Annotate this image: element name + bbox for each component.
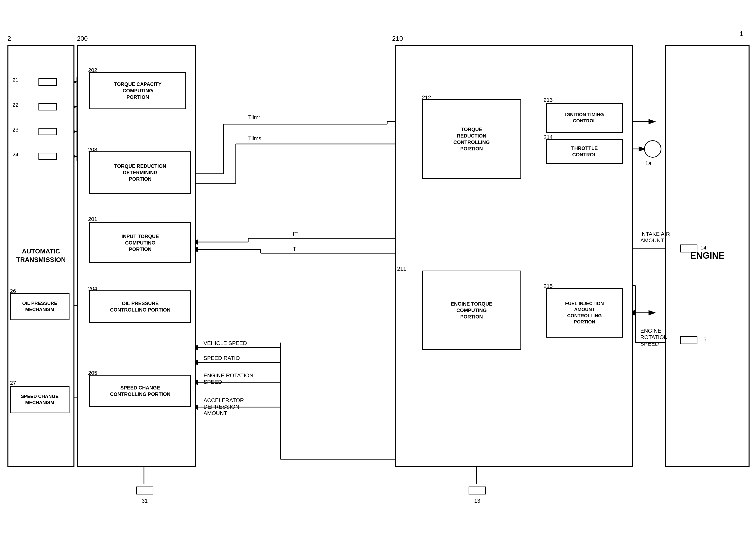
ref-213: 213 xyxy=(544,97,553,103)
fuel-injection-controlling-box: FUEL INJECTION AMOUNT CONTROLLING PORTIO… xyxy=(546,288,623,338)
torque-capacity-box: TORQUE CAPACITY COMPUTING PORTION xyxy=(89,72,186,109)
ref-2: 2 xyxy=(7,35,11,42)
throttle-control-label: THROTTLE CONTROL xyxy=(571,145,598,158)
sensor-14 xyxy=(680,244,697,253)
engine-torque-computing-box: ENGINE TORQUE COMPUTING PORTION xyxy=(422,271,521,350)
intake-air-label: INTAKE AIR AMOUNT xyxy=(640,231,670,244)
oil-pressure-mechanism-box: OIL PRESSURE MECHANISM xyxy=(10,293,69,320)
engine-rotation-speed-label: ENGINE ROTATION SPEED xyxy=(204,372,253,385)
input-torque-computing-box: INPUT TORQUE COMPUTING PORTION xyxy=(89,222,191,263)
automatic-transmission-label: AUTOMATIC TRANSMISSION xyxy=(13,247,69,264)
throttle-control-box: THROTTLE CONTROL xyxy=(546,139,623,164)
ref-1a: 1a xyxy=(645,160,651,166)
input-torque-computing-label: INPUT TORQUE COMPUTING PORTION xyxy=(122,233,159,253)
ref-201: 201 xyxy=(88,216,97,222)
torque-reduction-controlling-box: TORQUE REDUCTION CONTROLLING PORTION xyxy=(422,99,521,179)
speed-change-controlling-box: SPEED CHANGE CONTROLLING PORTION xyxy=(89,375,191,407)
sensor-31 xyxy=(136,486,154,495)
tlimr-label: Tlimr xyxy=(248,114,260,121)
throttle-circle xyxy=(644,140,661,158)
ref-14: 14 xyxy=(700,244,706,251)
speed-ratio-label: SPEED RATIO xyxy=(204,355,240,361)
speed-change-mechanism-box: SPEED CHANGE MECHANISM xyxy=(10,386,69,413)
ref-15: 15 xyxy=(700,336,706,343)
tlims-label: Tlims xyxy=(248,135,261,142)
tT-label: tT xyxy=(293,231,298,237)
ref-23: 23 xyxy=(13,126,18,133)
ignition-timing-control-label: IGNITION TIMING CONTROL xyxy=(565,112,604,124)
torque-reduction-determining-label: TORQUE REDUCTION DETERMINING PORTION xyxy=(114,163,166,182)
torque-capacity-label: TORQUE CAPACITY COMPUTING PORTION xyxy=(114,81,162,100)
vehicle-speed-label: VEHICLE SPEED xyxy=(204,340,247,346)
torque-reduction-determining-box: TORQUE REDUCTION DETERMINING PORTION xyxy=(89,152,191,194)
fuel-injection-controlling-label: FUEL INJECTION AMOUNT CONTROLLING PORTIO… xyxy=(565,301,604,325)
engine-torque-computing-label: ENGINE TORQUE COMPUTING PORTION xyxy=(451,301,492,320)
speed-change-controlling-label: SPEED CHANGE CONTROLLING PORTION xyxy=(110,384,170,397)
sensor-15 xyxy=(680,336,697,344)
sensor-22 xyxy=(39,103,57,111)
ref-27: 27 xyxy=(10,380,16,386)
engine-box: ENGINE xyxy=(665,45,750,467)
oil-pressure-mechanism-label: OIL PRESSURE MECHANISM xyxy=(22,300,57,313)
torque-reduction-controlling-label: TORQUE REDUCTION CONTROLLING PORTION xyxy=(453,126,490,152)
accelerator-depression-label: ACCELERATOR DEPRESSION AMOUNT xyxy=(204,397,244,417)
engine-rotation-speed-right-label: ENGINE ROTATION SPEED xyxy=(640,328,668,347)
ref-13: 13 xyxy=(469,498,486,504)
ignition-timing-control-box: IGNITION TIMING CONTROL xyxy=(546,103,623,133)
diagram: 2 200 210 1 AUTOMATIC TRANSMISSION ENGIN… xyxy=(0,0,754,560)
sensor-13 xyxy=(469,486,486,495)
ref-21: 21 xyxy=(13,77,18,83)
T-label: T xyxy=(293,246,296,252)
ref-24: 24 xyxy=(13,152,18,158)
sensor-21 xyxy=(39,78,57,86)
oil-pressure-controlling-label: OIL PRESSURE CONTROLLING PORTION xyxy=(110,300,170,313)
sensor-23 xyxy=(39,128,57,135)
ref-1: 1 xyxy=(740,30,743,38)
sensor-24 xyxy=(39,153,57,160)
ref-31: 31 xyxy=(136,498,154,504)
ref-22: 22 xyxy=(13,102,18,108)
oil-pressure-controlling-box: OIL PRESSURE CONTROLLING PORTION xyxy=(89,291,191,323)
ref-200: 200 xyxy=(77,35,88,42)
ref-211: 211 xyxy=(397,266,406,272)
ref-210: 210 xyxy=(392,35,403,42)
speed-change-mechanism-label: SPEED CHANGE MECHANISM xyxy=(21,394,59,406)
